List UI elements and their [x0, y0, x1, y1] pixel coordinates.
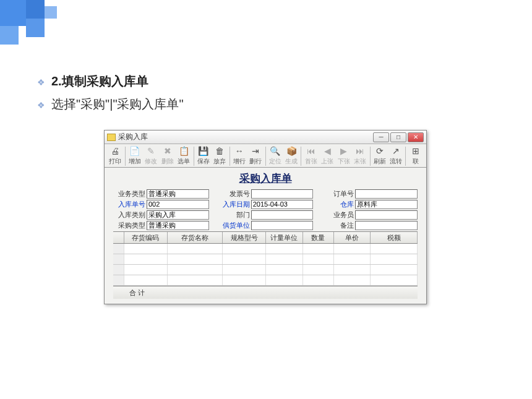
联-icon: ⊞	[410, 145, 421, 157]
table-cell[interactable]	[266, 244, 303, 254]
column-header[interactable]: 存货编码	[124, 232, 168, 243]
label-business-type: 业务类型	[113, 189, 145, 199]
maximize-button[interactable]: □	[390, 132, 406, 142]
toolbar: 🖨打印📄增加✎修改✖删除📋选单💾保存🗑放弃↔增行⇥删行🔍定位📦生成⏮首张◀上张▶…	[105, 144, 426, 168]
slide-heading-line: ❖ 2.填制采购入库单	[37, 73, 495, 90]
toolbar-btn-删行[interactable]: ⇥删行	[247, 145, 264, 167]
table-cell[interactable]	[371, 275, 418, 285]
修改-icon: ✎	[145, 145, 157, 157]
table-cell[interactable]	[266, 265, 303, 275]
table-cell[interactable]	[266, 275, 303, 285]
label-warehouse: 仓库	[322, 200, 354, 209]
table-cell[interactable]	[303, 254, 334, 264]
toolbar-btn-选单[interactable]: 📋选单	[176, 145, 192, 167]
column-header[interactable]: 计量单位	[266, 232, 303, 243]
table-cell[interactable]	[124, 244, 168, 254]
table-cell[interactable]	[168, 275, 223, 285]
table-row[interactable]	[113, 254, 418, 265]
table-row[interactable]	[113, 265, 418, 275]
input-operator[interactable]	[355, 210, 418, 220]
folder-icon	[107, 134, 116, 141]
toolbar-btn-联[interactable]: ⊞联	[407, 145, 424, 167]
input-entry-type[interactable]: 采购入库	[147, 210, 209, 220]
table-cell[interactable]	[334, 265, 371, 275]
toolbar-btn-首张[interactable]: ⏮首张	[302, 145, 319, 167]
toolbar-btn-增加[interactable]: 📄增加	[126, 145, 143, 167]
删行-icon: ⇥	[250, 145, 261, 157]
table-cell[interactable]	[223, 275, 266, 285]
table-cell[interactable]	[223, 244, 266, 254]
table-row[interactable]	[113, 275, 418, 286]
input-invoice-no[interactable]	[251, 189, 314, 199]
window-titlebar[interactable]: 采购入库 ─ □ ✕	[105, 131, 426, 144]
toolbar-btn-修改[interactable]: ✎修改	[143, 145, 160, 167]
toolbar-separator	[370, 147, 371, 166]
toolbar-btn-末张[interactable]: ⏭末张	[352, 145, 369, 167]
table-cell[interactable]	[334, 254, 371, 264]
input-business-type[interactable]: 普通采购	[147, 189, 209, 199]
toolbar-btn-定位[interactable]: 🔍定位	[267, 145, 283, 167]
table-cell[interactable]	[168, 244, 223, 254]
table-cell[interactable]	[168, 265, 223, 275]
column-header[interactable]: 存货名称	[168, 232, 223, 243]
toolbar-btn-生成[interactable]: 📦生成	[283, 145, 300, 167]
toolbar-btn-流转[interactable]: ↗流转	[388, 145, 405, 167]
toolbar-btn-刷新[interactable]: ⟳刷新	[371, 145, 388, 167]
toolbar-btn-label: 选单	[178, 157, 190, 166]
toolbar-btn-label: 增行	[233, 157, 246, 166]
toolbar-btn-保存[interactable]: 💾保存	[195, 145, 212, 167]
column-header[interactable]: 税额	[371, 232, 418, 243]
table-cell[interactable]	[334, 244, 371, 254]
table-cell[interactable]	[223, 265, 266, 275]
toolbar-btn-label: 下张	[338, 157, 350, 166]
table-cell[interactable]	[168, 254, 223, 264]
column-header[interactable]: 单价	[334, 232, 371, 243]
input-warehouse[interactable]: 原料库	[355, 200, 418, 209]
toolbar-btn-下张[interactable]: ▶下张	[335, 145, 352, 167]
table-cell[interactable]	[223, 254, 266, 264]
table-cell[interactable]	[371, 244, 418, 254]
toolbar-btn-上张[interactable]: ◀上张	[319, 145, 336, 167]
toolbar-btn-label: 刷新	[374, 157, 386, 166]
toolbar-separator	[265, 147, 266, 166]
toolbar-btn-打印[interactable]: 🖨打印	[107, 145, 124, 167]
table-cell[interactable]	[371, 265, 418, 275]
table-row[interactable]	[113, 244, 418, 254]
input-supplier[interactable]	[251, 221, 314, 230]
label-purchase-type: 采购类型	[113, 221, 145, 230]
field-order-no: 订单号	[322, 189, 418, 199]
input-order-no[interactable]	[355, 189, 418, 199]
bullet-diamond-icon: ❖	[37, 100, 45, 110]
toolbar-btn-label: 打印	[109, 157, 121, 166]
field-entry-type: 入库类别 采购入库	[113, 210, 209, 220]
table-cell[interactable]	[303, 265, 334, 275]
field-remark: 备注	[322, 221, 418, 230]
label-operator: 业务员	[322, 210, 354, 220]
table-cell[interactable]	[124, 275, 168, 285]
column-header[interactable]: 数量	[303, 232, 334, 243]
input-department[interactable]	[251, 210, 314, 220]
table-cell[interactable]	[303, 275, 334, 285]
input-remark[interactable]	[355, 221, 418, 230]
label-invoice-no: 发票号	[218, 189, 250, 199]
input-entry-no[interactable]: 002	[147, 200, 209, 209]
table-cell[interactable]	[303, 244, 334, 254]
toolbar-btn-放弃[interactable]: 🗑放弃	[212, 145, 228, 167]
table-cell[interactable]	[334, 275, 371, 285]
column-header[interactable]: 规格型号	[223, 232, 266, 243]
toolbar-btn-增行[interactable]: ↔增行	[231, 145, 247, 167]
close-button[interactable]: ✕	[408, 132, 424, 142]
input-purchase-type[interactable]: 普通采购	[147, 221, 209, 230]
minimize-button[interactable]: ─	[373, 132, 389, 142]
data-table: 存货编码存货名称规格型号计量单位数量单价税额 合 计	[113, 231, 418, 299]
field-invoice-no: 发票号	[218, 189, 314, 199]
table-cell[interactable]	[124, 254, 168, 264]
table-cell[interactable]	[124, 265, 168, 275]
toolbar-btn-label: 联	[413, 157, 419, 166]
table-cell[interactable]	[371, 254, 418, 264]
toolbar-btn-删除[interactable]: ✖删除	[160, 145, 176, 167]
table-cell[interactable]	[266, 254, 303, 264]
toolbar-btn-label: 增加	[129, 157, 141, 166]
slide-content: ❖ 2.填制采购入库单 ❖ 选择"采购"|"采购入库单"	[37, 73, 495, 119]
input-entry-date[interactable]: 2015-04-03	[251, 200, 314, 209]
